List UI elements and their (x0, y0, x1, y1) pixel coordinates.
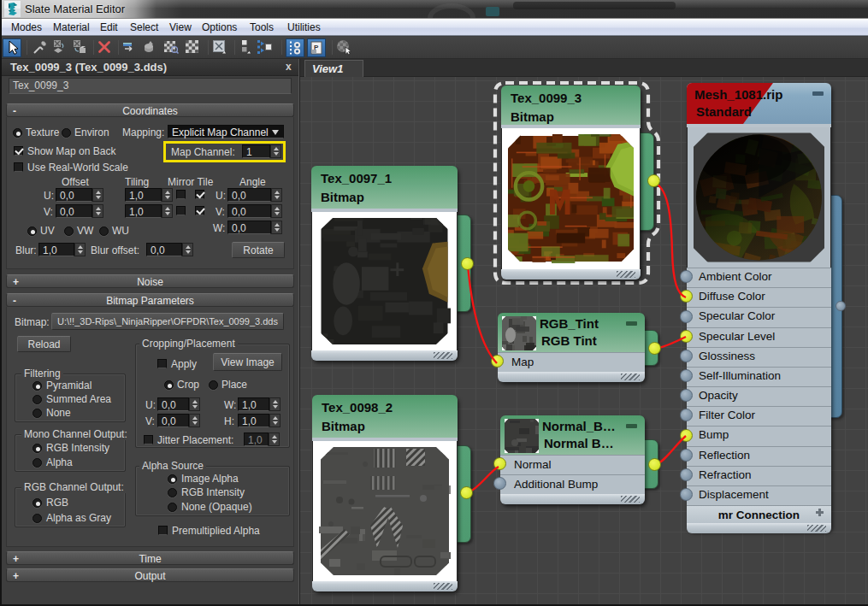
svg-text:P: P (314, 44, 319, 51)
